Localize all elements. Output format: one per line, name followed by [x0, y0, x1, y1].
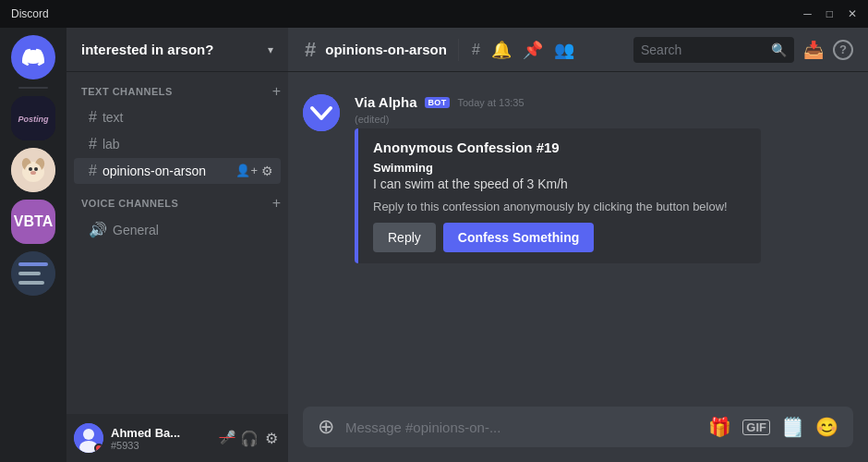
headset-icon[interactable]: 🎧: [240, 430, 259, 447]
bot-badge: BOT: [425, 97, 451, 108]
search-input[interactable]: [641, 43, 766, 57]
threads-icon[interactable]: #: [470, 40, 482, 60]
embed-description: Reply to this confession anonymously by …: [373, 199, 746, 215]
user-info: Ahmed Ba... #5933: [111, 426, 211, 451]
svg-point-15: [83, 429, 94, 440]
user-name: Ahmed Ba...: [111, 426, 203, 440]
app-layout: Posting VBTA: [0, 28, 868, 462]
server-icon-dog[interactable]: [11, 148, 55, 192]
minimize-button[interactable]: ─: [803, 7, 812, 20]
channel-text-name: text: [102, 110, 273, 125]
channel-list: TEXT CHANNELS + # text # lab # opinions-…: [66, 72, 288, 414]
mute-icon[interactable]: 🎤: [218, 430, 236, 447]
channel-general-name: General: [113, 223, 273, 237]
user-controls: 🎤 🎧 ⚙: [218, 430, 281, 447]
settings-icon[interactable]: ⚙: [262, 430, 281, 447]
notification-icon[interactable]: 🔔: [489, 38, 513, 62]
svg-point-17: [303, 94, 340, 131]
channel-opinions-name: opinions-on-arson: [102, 164, 231, 178]
user-avatar: [74, 423, 103, 453]
reply-button[interactable]: Reply: [373, 223, 436, 252]
hash-icon: #: [89, 136, 97, 152]
gift-icon[interactable]: 🎁: [708, 416, 731, 438]
message-header: Via Alpha BOT Today at 13:35: [355, 94, 853, 110]
message-content: Via Alpha BOT Today at 13:35 (edited) An…: [355, 94, 853, 263]
svg-point-8: [34, 167, 38, 171]
inbox-icon[interactable]: 📥: [802, 38, 826, 62]
titlebar-title: Discord: [11, 7, 49, 20]
svg-text:Posting: Posting: [18, 115, 50, 124]
voice-channels-category[interactable]: VOICE CHANNELS +: [66, 191, 288, 215]
speaker-icon: 🔊: [89, 221, 107, 238]
vbta-label: VBTA: [14, 213, 53, 230]
message-timestamp: Today at 13:35: [457, 97, 524, 108]
user-discriminator: #5933: [111, 440, 211, 451]
add-text-channel-icon[interactable]: +: [272, 83, 281, 100]
messages-area: Via Alpha BOT Today at 13:35 (edited) An…: [288, 72, 868, 407]
hash-icon: #: [89, 109, 97, 126]
channel-hash-icon: #: [303, 36, 318, 64]
maximize-button[interactable]: □: [826, 7, 833, 20]
svg-point-7: [29, 167, 32, 171]
embed-card: Anonymous Confession #19 Swimming I can …: [355, 128, 761, 263]
settings-icon[interactable]: ⚙: [261, 164, 273, 178]
server-list: Posting VBTA: [0, 28, 66, 462]
help-icon[interactable]: ?: [833, 40, 853, 60]
edited-tag: (edited): [355, 114, 853, 125]
embed-buttons: Reply Confess Something: [373, 223, 746, 252]
emoji-icon[interactable]: 😊: [815, 416, 838, 438]
pin-icon[interactable]: 📌: [521, 38, 545, 62]
channel-lab-name: lab: [102, 137, 273, 152]
channel-actions: 👤+ ⚙: [235, 164, 273, 178]
bot-avatar: [303, 94, 340, 131]
topbar-channel-name: opinions-on-arson: [325, 42, 447, 57]
search-box[interactable]: 🔍: [633, 37, 794, 63]
message-input-box: ⊕ 🎁 GIF 🗒️ 😊: [303, 407, 853, 447]
titlebar-controls: ─ □ ✕: [803, 7, 857, 20]
hash-icon: #: [89, 163, 97, 179]
topbar: # opinions-on-arson # 🔔 📌 👥 🔍 📥 ?: [288, 28, 868, 72]
channel-item-opinions-on-arson[interactable]: # opinions-on-arson 👤+ ⚙: [74, 158, 281, 184]
add-voice-channel-icon[interactable]: +: [272, 195, 281, 212]
message-input-area: ⊕ 🎁 GIF 🗒️ 😊: [288, 407, 868, 462]
titlebar: Discord ─ □ ✕: [0, 0, 868, 28]
status-dot: [94, 444, 103, 453]
message-input[interactable]: [345, 419, 697, 435]
add-member-icon[interactable]: 👤+: [235, 164, 258, 178]
message-group: Via Alpha BOT Today at 13:35 (edited) An…: [288, 87, 868, 271]
server-icon-home[interactable]: [11, 35, 55, 79]
text-channels-category[interactable]: TEXT CHANNELS +: [66, 79, 288, 103]
search-icon: 🔍: [771, 43, 787, 57]
user-panel: Ahmed Ba... #5933 🎤 🎧 ⚙: [66, 414, 288, 462]
chevron-down-icon: ▾: [268, 43, 273, 56]
voice-channels-label: VOICE CHANNELS: [81, 198, 178, 209]
channel-item-lab[interactable]: # lab: [74, 131, 281, 157]
server-icon-vbta[interactable]: VBTA: [11, 200, 55, 244]
confess-button[interactable]: Confess Something: [443, 223, 594, 252]
message-author: Via Alpha: [355, 94, 417, 110]
server-header[interactable]: interested in arson? ▾: [66, 28, 288, 72]
close-button[interactable]: ✕: [848, 7, 857, 20]
topbar-divider: [458, 39, 459, 61]
input-actions: 🎁 GIF 🗒️ 😊: [708, 416, 838, 438]
add-attachment-icon[interactable]: ⊕: [318, 415, 334, 439]
embed-field-value: I can swim at the speed of 3 Km/h: [373, 176, 746, 191]
gif-icon[interactable]: GIF: [742, 419, 770, 435]
embed-title: Anonymous Confession #19: [373, 140, 746, 155]
main-content: # opinions-on-arson # 🔔 📌 👥 🔍 📥 ?: [288, 28, 868, 462]
channel-item-text[interactable]: # text: [74, 104, 281, 130]
svg-rect-11: [18, 262, 48, 266]
server-divider: [18, 87, 48, 89]
text-channels-label: TEXT CHANNELS: [81, 86, 173, 97]
channel-sidebar: interested in arson? ▾ TEXT CHANNELS + #…: [66, 28, 288, 462]
svg-rect-13: [18, 281, 44, 285]
embed-field-name: Swimming: [373, 161, 746, 175]
sticker-icon[interactable]: 🗒️: [781, 416, 804, 438]
server-icon-posting[interactable]: Posting: [11, 96, 55, 140]
server-icon-bottom[interactable]: [11, 251, 55, 296]
svg-rect-12: [18, 272, 41, 275]
svg-point-9: [30, 171, 36, 175]
members-icon[interactable]: 👥: [552, 38, 576, 62]
channel-item-general[interactable]: 🔊 General: [74, 216, 281, 243]
server-name: interested in arson?: [81, 42, 213, 57]
